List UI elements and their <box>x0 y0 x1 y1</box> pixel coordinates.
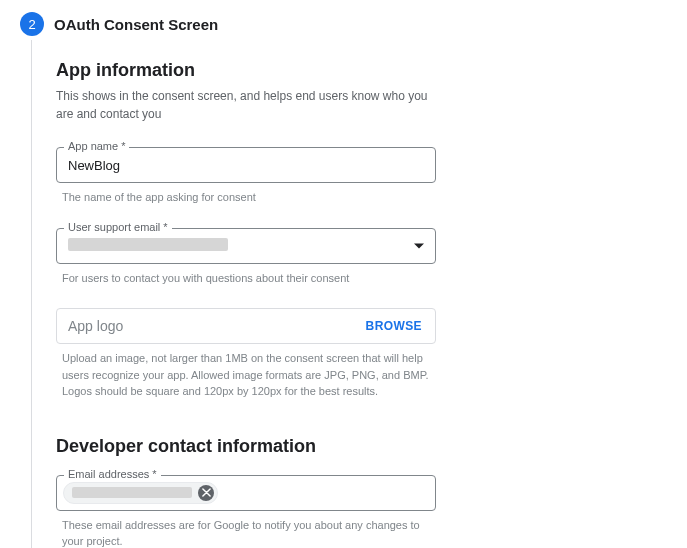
support-email-select[interactable] <box>56 228 436 264</box>
step-number-badge: 2 <box>20 12 44 36</box>
email-addresses-label: Email addresses * <box>64 468 161 480</box>
app-name-helper: The name of the app asking for consent <box>62 189 432 206</box>
chip-remove-icon[interactable] <box>198 485 214 501</box>
app-info-description: This shows in the consent screen, and he… <box>56 87 436 123</box>
redacted-email <box>68 238 228 251</box>
redacted-email-chip <box>72 487 192 498</box>
app-name-label: App name * <box>64 140 129 152</box>
email-chip <box>63 482 218 504</box>
chevron-down-icon <box>414 243 424 248</box>
app-name-input[interactable] <box>56 147 436 183</box>
step-title: OAuth Consent Screen <box>54 16 218 33</box>
email-addresses-field: Email addresses * <box>56 475 471 511</box>
app-info-heading: App information <box>56 60 471 81</box>
app-logo-helper: Upload an image, not larger than 1MB on … <box>62 350 432 400</box>
email-addresses-input[interactable] <box>56 475 436 511</box>
support-email-field: User support email * <box>56 228 471 264</box>
support-email-helper: For users to contact you with questions … <box>62 270 432 287</box>
stepper-header: 2 OAuth Consent Screen <box>0 0 687 40</box>
email-addresses-helper: These email addresses are for Google to … <box>62 517 432 549</box>
step-content: App information This shows in the consen… <box>31 40 471 548</box>
support-email-label: User support email * <box>64 221 172 233</box>
dev-contact-heading: Developer contact information <box>56 436 471 457</box>
browse-button[interactable]: BROWSE <box>356 311 432 341</box>
app-logo-field: BROWSE <box>56 308 436 344</box>
app-name-field: App name * <box>56 147 471 183</box>
